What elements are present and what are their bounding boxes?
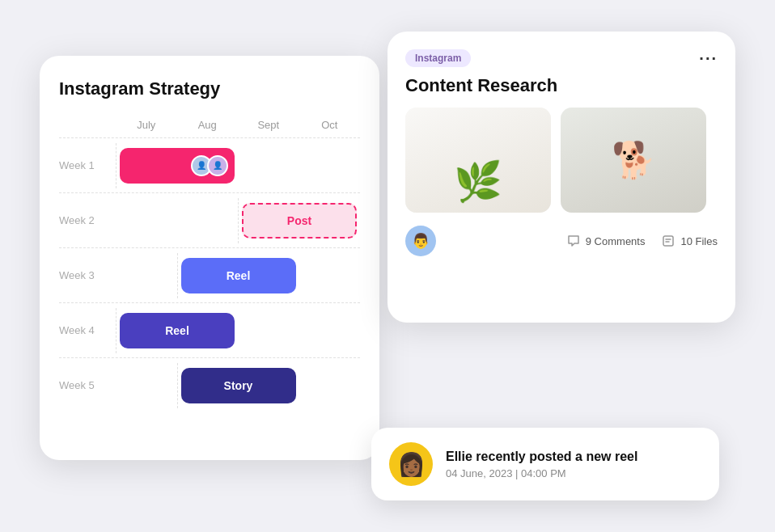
- month-oct: Oct: [299, 116, 361, 134]
- card-top-row: Instagram ···: [405, 49, 718, 67]
- more-options-button[interactable]: ···: [699, 50, 718, 66]
- content-title: Content Research: [405, 75, 718, 96]
- comment-icon: [566, 234, 581, 248]
- plant-image-inner: [405, 108, 551, 213]
- calendar-row-week3: Week 3 Reel: [59, 247, 360, 302]
- dog-image: [561, 108, 706, 213]
- svg-rect-0: [663, 236, 673, 246]
- content-card: Instagram ··· Content Research 👨: [388, 32, 735, 323]
- calendar-header: July Aug Sept Oct: [59, 116, 360, 134]
- comments-count: 9 Comments: [586, 235, 646, 247]
- card-footer: 👨 9 Comments: [405, 226, 718, 256]
- week-label-2: Week 2: [59, 214, 116, 226]
- event-bar-week4[interactable]: Reel: [120, 313, 235, 348]
- month-aug: Aug: [177, 116, 239, 134]
- avatar-2: 👤: [207, 155, 228, 176]
- user-avatar: 👨: [405, 226, 436, 256]
- files-stat: 10 Files: [661, 234, 718, 248]
- dog-image-inner: [561, 108, 706, 213]
- strategy-title: Instagram Strategy: [59, 78, 360, 99]
- card-stats: 9 Comments 10 Files: [566, 234, 718, 248]
- event-bar-week5[interactable]: Story: [181, 368, 296, 403]
- comments-stat: 9 Comments: [566, 234, 646, 248]
- notification-card: 👩🏾 Ellie recently posted a new reel 04 J…: [371, 428, 719, 500]
- event-bar-week1[interactable]: 👤 👤: [120, 148, 235, 184]
- avatar-group-week1: 👤 👤: [191, 155, 228, 176]
- calendar-row-week1: Week 1 👤 👤: [59, 137, 360, 192]
- calendar-row-week4: Week 4 Reel: [59, 302, 360, 357]
- notif-text: Ellie recently posted a new reel 04 June…: [446, 450, 637, 479]
- calendar-row-week2: Week 2 Post: [59, 192, 360, 247]
- notif-avatar: 👩🏾: [389, 442, 433, 486]
- month-july: July: [116, 116, 177, 134]
- week-label-4: Week 4: [59, 324, 116, 336]
- file-icon: [661, 234, 675, 248]
- calendar-row-week5: Week 5 Story: [59, 357, 360, 412]
- instagram-tag: Instagram: [405, 49, 471, 67]
- image-row: [405, 108, 718, 213]
- strategy-card: Instagram Strategy July Aug Sept Oct Wee…: [40, 56, 379, 460]
- plant-image: [405, 108, 551, 213]
- month-sept: Sept: [238, 116, 299, 134]
- week-label-3: Week 3: [59, 269, 116, 281]
- notif-subtitle: 04 June, 2023 | 04:00 PM: [446, 467, 637, 479]
- week-label-1: Week 1: [59, 159, 116, 171]
- week-label-5: Week 5: [59, 379, 116, 391]
- calendar-grid: July Aug Sept Oct Week 1 👤 👤: [59, 116, 360, 412]
- empty-header: [59, 116, 116, 134]
- event-bar-week3[interactable]: Reel: [181, 258, 296, 293]
- event-bar-week2[interactable]: Post: [242, 203, 357, 239]
- files-count: 10 Files: [680, 235, 718, 247]
- notif-title: Ellie recently posted a new reel: [446, 450, 637, 464]
